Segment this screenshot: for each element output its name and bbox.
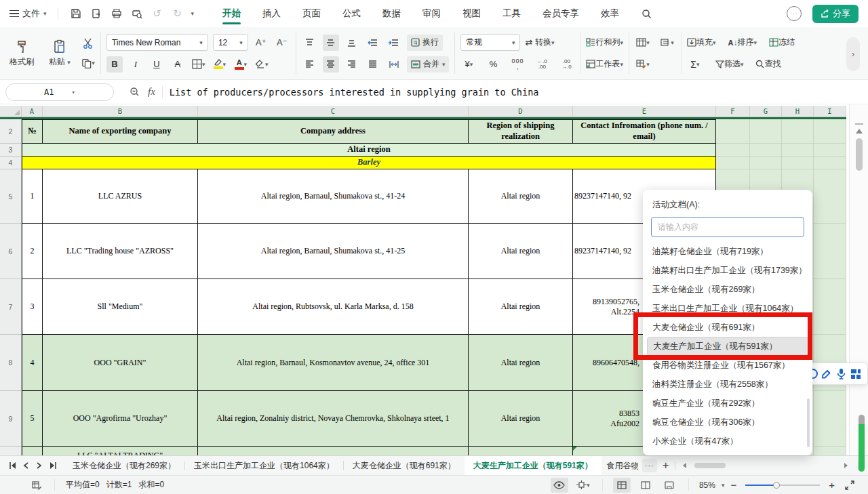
table-style-button[interactable]: ▾ [635, 35, 651, 51]
cell[interactable]: Altai region, Barnaul, Shumakova st., 41… [198, 169, 469, 224]
tab-page[interactable]: 页面 [292, 0, 332, 27]
tab-horizontal-scrollbar[interactable] [694, 463, 823, 468]
cell[interactable] [22, 447, 43, 455]
bold-button[interactable]: B [106, 56, 123, 73]
tab-formula[interactable]: 公式 [332, 0, 372, 27]
thousands-separator-button[interactable]: 000, [509, 56, 526, 73]
cell[interactable] [814, 169, 846, 224]
share-button[interactable]: 分享 [812, 5, 859, 23]
column-header-b[interactable]: B [43, 106, 198, 117]
percent-button[interactable]: % [485, 56, 501, 73]
more-sheets-button[interactable]: ··· [642, 459, 657, 472]
vertical-scrollbar[interactable] [849, 104, 868, 455]
decrease-font-button[interactable]: A⁻ [274, 35, 290, 51]
column-header-a[interactable]: A [22, 106, 43, 117]
italic-button[interactable]: I [127, 56, 144, 73]
cell[interactable]: Altai region [469, 335, 573, 391]
eye-preview-button[interactable] [551, 478, 568, 493]
copy-icon[interactable]: ▾ [81, 57, 95, 70]
sheet-tab[interactable]: 食用谷物 [601, 456, 638, 476]
cell[interactable]: Altai region, Barnaul, Kosmonavtov avenu… [198, 335, 469, 391]
file-menu[interactable]: 文件 ▾ [9, 7, 47, 20]
macro-record-icon[interactable] [30, 478, 43, 492]
merge-cells-button[interactable]: 合并▾ [407, 56, 450, 73]
cell[interactable] [750, 157, 782, 169]
align-right-icon[interactable] [344, 56, 360, 73]
microphone-icon[interactable] [834, 367, 848, 381]
column-header-e[interactable]: E [573, 106, 716, 117]
cell[interactable]: Name of exporting company [43, 119, 198, 144]
zoom-in-button[interactable]: + [829, 479, 835, 491]
undo-icon[interactable]: ↺ [151, 7, 164, 20]
row-header-7[interactable]: 7 [0, 279, 22, 335]
sort-button[interactable]: A↓排序▾ [728, 35, 756, 51]
list-item[interactable]: 豌豆生产企业（现有292家） [643, 394, 812, 413]
cell[interactable]: Sll "Medium" [43, 279, 198, 335]
search-icon[interactable] [639, 7, 653, 20]
page-break-view-button[interactable] [637, 478, 654, 493]
cell[interactable]: № [22, 119, 43, 144]
cell[interactable] [814, 224, 846, 279]
sheet-tab[interactable]: 玉米出口生产加工企业（现有1064家） [185, 456, 343, 476]
align-top-icon[interactable] [302, 35, 318, 51]
apps-grid-icon[interactable] [849, 367, 863, 381]
print-preview-icon[interactable] [130, 7, 144, 20]
cell[interactable] [750, 144, 782, 157]
cell[interactable]: Altai region [469, 391, 573, 447]
tab-efficiency[interactable]: 效率 [590, 0, 630, 27]
zoom-out-button[interactable]: − [730, 479, 736, 491]
worksheet-button[interactable]: 工作表▾ [586, 56, 623, 73]
cell[interactable]: 1 [22, 169, 43, 224]
rows-columns-button[interactable]: 行和列▾ [586, 35, 623, 51]
tab-scroll-left-icon[interactable] [678, 459, 692, 472]
justify-icon[interactable] [365, 56, 381, 73]
normal-view-button[interactable] [613, 478, 631, 493]
cell[interactable] [814, 447, 846, 455]
list-item[interactable]: 油料类注册企业（现有2558家） [643, 375, 812, 394]
cell[interactable]: 5 [22, 391, 43, 447]
page-layout-view-button[interactable] [660, 478, 678, 493]
convert-button[interactable]: ⇄ 转换▾ [525, 35, 554, 51]
fx-icon[interactable]: fx [148, 86, 155, 98]
cell[interactable]: LLC "ALTAI TRADING" [43, 447, 198, 455]
cell[interactable] [814, 391, 846, 447]
cut-icon[interactable] [81, 37, 95, 50]
increase-font-button[interactable]: A⁺ [253, 35, 269, 51]
row-header-4[interactable]: 4 [0, 157, 22, 169]
align-left-icon[interactable] [302, 56, 318, 73]
list-item[interactable]: 玉米仓储企业（现有269家） [643, 280, 812, 299]
number-format-select[interactable]: 常规▾ [460, 34, 520, 51]
scroll-up-arrow[interactable] [856, 129, 863, 133]
crop-section-cell[interactable]: Barley [22, 157, 716, 169]
ribbon-expand-button[interactable]: › [846, 37, 860, 71]
column-header-c[interactable]: C [198, 106, 469, 117]
zoom-slider-knob[interactable] [773, 482, 780, 489]
cell[interactable] [782, 157, 814, 169]
cell[interactable]: Altai region, Rubtsovsk, ul. Karla Marks… [198, 279, 469, 335]
cell[interactable]: OOO "GRAIN" [43, 335, 198, 391]
cell-style-button[interactable]: ▾ [659, 35, 675, 51]
strikethrough-button[interactable]: A [170, 56, 186, 73]
row-header-8[interactable]: 8 [0, 335, 22, 391]
freeze-panes-button[interactable]: 冻结 [769, 35, 795, 51]
region-section-cell[interactable]: Altai region [22, 144, 716, 157]
cell[interactable]: Altai region [469, 279, 573, 335]
fullscreen-button[interactable] [841, 478, 859, 493]
find-button[interactable]: 查找 [755, 56, 781, 73]
next-sheet-icon[interactable] [34, 459, 45, 472]
last-sheet-icon[interactable] [47, 459, 58, 472]
row-header-6[interactable]: 6 [0, 224, 22, 279]
quick-access-chevron-icon[interactable]: ▾ [191, 10, 195, 17]
formula-input[interactable]: List of producers/processors interested … [170, 87, 539, 98]
cell[interactable]: Altai region, Zonalniy district, Novaya … [198, 391, 469, 447]
cell[interactable] [782, 144, 814, 157]
sum-button[interactable]: Σ▾ [687, 56, 703, 73]
cell[interactable] [814, 279, 846, 335]
select-all-corner[interactable] [0, 106, 22, 117]
cell[interactable] [716, 157, 750, 169]
cell[interactable]: 2 [22, 224, 43, 279]
prev-sheet-icon[interactable] [20, 459, 31, 472]
popup-scrollbar-thumb[interactable] [807, 398, 810, 447]
column-header-d[interactable]: D [469, 106, 573, 117]
row-header-10[interactable] [0, 447, 22, 455]
